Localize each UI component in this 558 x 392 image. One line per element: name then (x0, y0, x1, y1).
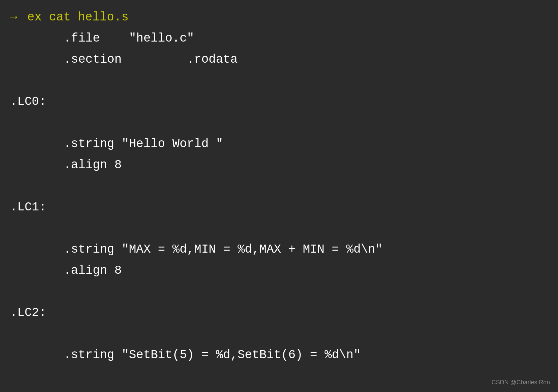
empty-line-1 (10, 70, 548, 91)
align-1-directive: .align 8 (64, 154, 122, 176)
command-line: → ex cat hello.s (10, 7, 548, 28)
indent-space (10, 49, 64, 70)
empty-line-4 (10, 218, 548, 239)
string-max-line: .string "MAX = %d,MIN = %d,MAX + MIN = %… (10, 239, 548, 260)
section-directive: .section .rodata (64, 49, 237, 70)
code-container: → ex cat hello.s .file "hello.c" .sectio… (0, 0, 558, 392)
string-max-directive: .string "MAX = %d,MIN = %d,MAX + MIN = %… (64, 239, 383, 260)
lc2-label-line: .LC2: (10, 302, 548, 323)
align-2-directive: .align 8 (64, 260, 122, 281)
indent-space (10, 154, 64, 176)
string-setbit56-directive: .string "SetBit(5) = %d,SetBit(6) = %d\n… (64, 344, 361, 366)
empty-line-6 (10, 323, 548, 344)
command-text: ex cat hello.s (20, 7, 129, 28)
indent-space (10, 28, 64, 49)
string-hello-directive: .string "Hello World " (64, 133, 223, 154)
lc0-label: .LC0: (10, 91, 46, 112)
prompt-arrow: → (10, 7, 17, 28)
file-directive: .file "hello.c" (64, 28, 194, 49)
align-2-line: .align 8 (10, 260, 548, 281)
empty-line-2 (10, 112, 548, 133)
indent-space (10, 260, 64, 281)
empty-line-5 (10, 281, 548, 302)
lc2-label: .LC2: (10, 302, 46, 323)
file-directive-line: .file "hello.c" (10, 28, 548, 49)
lc3-label-line: .LC3: (10, 387, 548, 392)
empty-line-7 (10, 366, 548, 387)
lc0-label-line: .LC0: (10, 91, 548, 112)
indent-space (10, 239, 64, 260)
indent-space (10, 344, 64, 366)
section-directive-line: .section .rodata (10, 49, 548, 70)
lc1-label-line: .LC1: (10, 197, 548, 218)
align-1-line: .align 8 (10, 154, 548, 176)
string-hello-line: .string "Hello World " (10, 133, 548, 154)
watermark: CSDN @Charles Ron (492, 379, 550, 386)
string-setbit56-line: .string "SetBit(5) = %d,SetBit(6) = %d\n… (10, 344, 548, 366)
lc3-label: .LC3: (10, 387, 46, 392)
indent-space (10, 133, 64, 154)
lc1-label: .LC1: (10, 197, 46, 218)
empty-line-3 (10, 176, 548, 197)
